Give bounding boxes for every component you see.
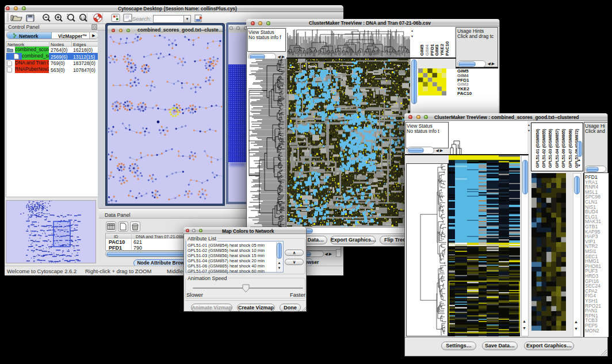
svg-text:1:1: 1:1 [81,16,85,20]
